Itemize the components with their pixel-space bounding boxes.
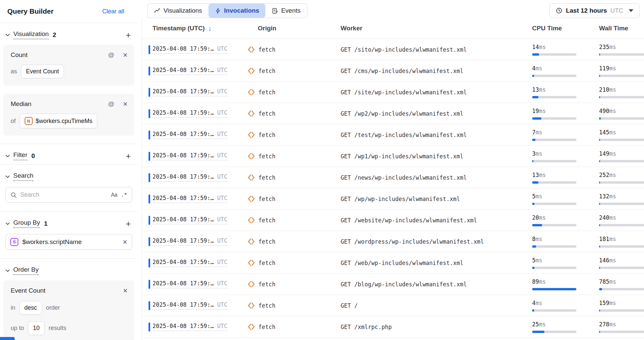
table-row[interactable]: 2025-04-08 17:59:…UTC fetch GET /sito/wp… [142, 39, 644, 60]
fetch-origin-icon [247, 259, 255, 267]
tab-invocations[interactable]: Invocations [208, 4, 266, 18]
cpu-time-unit: ms [539, 108, 545, 114]
close-icon[interactable]: × [123, 239, 127, 245]
fetch-origin-icon [247, 88, 255, 96]
close-icon[interactable]: × [123, 52, 128, 58]
count-card-title: Count [11, 51, 28, 59]
table-row[interactable]: 2025-04-08 17:59:…UTC fetch GET /site/wp… [142, 82, 644, 103]
timestamp-timezone: UTC [217, 173, 227, 180]
time-range-button[interactable]: Last 12 hours UTC [549, 3, 640, 18]
table-row[interactable]: 2025-04-08 17:59:…UTC fetch GET /cms/wp-… [142, 60, 644, 82]
table-row[interactable]: 2025-04-08 17:59:…UTC fetch GET /news/wp… [142, 167, 644, 188]
tab-events[interactable]: Events [265, 4, 307, 18]
table-row[interactable]: 2025-04-08 17:59:…UTC fetch GET /website… [142, 210, 644, 231]
table-row[interactable]: 2025-04-08 17:59:…UTC fetch GET /web/wp-… [142, 252, 644, 274]
wall-time-bar [599, 245, 644, 248]
median-card-title: Median [11, 100, 31, 108]
column-header-cpu-time[interactable]: CPU Time [532, 25, 599, 32]
close-icon[interactable]: × [123, 288, 128, 294]
order-label: order [46, 304, 60, 311]
wall-time-value: 149 [599, 150, 609, 157]
cpu-time-bar [532, 75, 576, 77]
group-by-field-chip[interactable]: S $workers.scriptName × [5, 234, 132, 250]
timestamp-cell: 2025-04-08 17:59:…UTC [153, 173, 227, 182]
tab-visualizations[interactable]: Visualizations [148, 4, 208, 18]
add-group-by-button[interactable]: + [125, 220, 132, 227]
fetch-origin-icon [247, 152, 255, 160]
column-header-timestamp[interactable]: Timestamp (UTC) ↓ [142, 25, 246, 32]
worker-request: GET /wp2/wp-includes/wlwmanifest.xml [341, 110, 532, 117]
cpu-time-value: 7 [532, 129, 535, 136]
cpu-time-unit: ms [535, 150, 542, 157]
query-builder-sidebar: Query Builder Clear all Visualization 2 … [0, 0, 138, 340]
timestamp-cell: 2025-04-08 17:59:…UTC [153, 323, 227, 331]
close-icon[interactable]: × [123, 101, 128, 107]
timestamp-timezone: UTC [217, 216, 227, 223]
table-row[interactable]: 2025-04-08 17:59:…UTC fetch GET /xmlrpc.… [142, 316, 644, 338]
timestamp-timezone: UTC [217, 67, 227, 73]
timestamp-timezone: UTC [217, 109, 227, 116]
cpu-time-value: 19 [532, 108, 539, 114]
worker-request: GET /site/wp-includes/wlwmanifest.xml [341, 89, 532, 96]
section-header-visualization[interactable]: Visualization 2 + [0, 23, 138, 43]
results-panel: Visualizations Invocations Events Last 1… [142, 0, 644, 340]
timestamp-value: 2025-04-08 17:59:… [153, 237, 214, 244]
wall-time-unit: ms [609, 214, 616, 221]
add-visualization-button[interactable]: + [125, 32, 132, 38]
worker-request: GET /wp1/wp-includes/wlwmanifest.xml [341, 153, 532, 160]
at-icon[interactable]: @ [108, 51, 114, 59]
table-row[interactable]: 2025-04-08 17:59:…UTC fetch GET / 4ms 15… [142, 295, 644, 316]
section-header-order-by[interactable]: Order By [0, 259, 138, 279]
page-title: Query Builder [7, 7, 54, 15]
row-accent-bar [149, 66, 150, 75]
chevron-down-icon [5, 32, 11, 38]
section-header-filter[interactable]: Filter 0 + [0, 144, 138, 164]
clear-all-link[interactable]: Clear all [102, 8, 124, 15]
table-row[interactable]: 2025-04-08 17:59:…UTC fetch GET /wordpre… [142, 231, 644, 252]
median-field-button[interactable]: N $workers.cpuTimeMs [20, 114, 97, 128]
sort-descending-icon[interactable]: ↓ [208, 25, 211, 32]
column-header-origin[interactable]: Origin [246, 25, 341, 32]
wall-time-unit: ms [609, 150, 616, 157]
group-by-count-badge: 1 [44, 220, 48, 227]
row-accent-bar [149, 45, 150, 54]
cpu-time-unit: ms [535, 300, 542, 306]
table-row[interactable]: 2025-04-08 17:59:…UTC fetch GET /test/wp… [142, 124, 644, 146]
section-header-group-by[interactable]: Group By 1 + [0, 212, 138, 232]
regex-icon[interactable]: .* [121, 192, 127, 198]
table-row[interactable]: 2025-04-08 17:59:…UTC fetch GET /wp2/wp-… [142, 103, 644, 124]
of-label: of [11, 118, 16, 125]
at-icon[interactable]: @ [108, 100, 114, 108]
column-header-wall-time[interactable]: Wall Time [599, 25, 644, 32]
timestamp-value: 2025-04-08 17:59:… [153, 45, 214, 52]
timestamp-value: 2025-04-08 17:59:… [153, 131, 214, 137]
table-row[interactable]: 2025-04-08 17:59:…UTC fetch GET /blog/wp… [142, 274, 644, 295]
sort-direction-button[interactable]: desc [19, 301, 42, 315]
row-accent-bar [149, 216, 150, 225]
wall-time-value: 132 [599, 193, 609, 200]
count-alias-button[interactable]: Event Count [21, 65, 64, 78]
wall-time-unit: ms [609, 236, 616, 242]
timestamp-timezone: UTC [217, 301, 227, 308]
fetch-origin-icon [247, 216, 255, 224]
column-header-worker[interactable]: Worker [341, 25, 532, 32]
match-case-icon[interactable]: Aa [111, 192, 118, 198]
timestamp-value: 2025-04-08 17:59:… [153, 88, 214, 95]
chevron-down-icon [5, 221, 11, 227]
table-row[interactable]: 2025-04-08 17:59:…UTC fetch GET /wp1/wp-… [142, 146, 644, 167]
search-input[interactable] [20, 191, 108, 198]
table-row[interactable]: 2025-04-08 17:59:…UTC fetch GET /wp/wp-i… [142, 188, 644, 210]
cpu-time-bar [532, 181, 576, 184]
result-limit-input[interactable]: 10 [28, 321, 45, 335]
clock-icon [556, 7, 562, 14]
add-filter-button[interactable]: + [125, 153, 132, 159]
cpu-time-value: 14 [532, 44, 539, 50]
timestamp-timezone: UTC [217, 131, 227, 137]
median-card: Median @ × of N $workers.cpuTimeMs [3, 94, 134, 136]
timestamp-timezone: UTC [217, 88, 227, 95]
cpu-time-bar [532, 96, 576, 98]
cpu-time-bar [532, 224, 576, 226]
worker-request: GET /cms/wp-includes/wlwmanifest.xml [341, 68, 532, 74]
table-header: Timestamp (UTC) ↓ Origin Worker CPU Time… [142, 18, 644, 39]
section-header-search[interactable]: Search [0, 165, 138, 185]
